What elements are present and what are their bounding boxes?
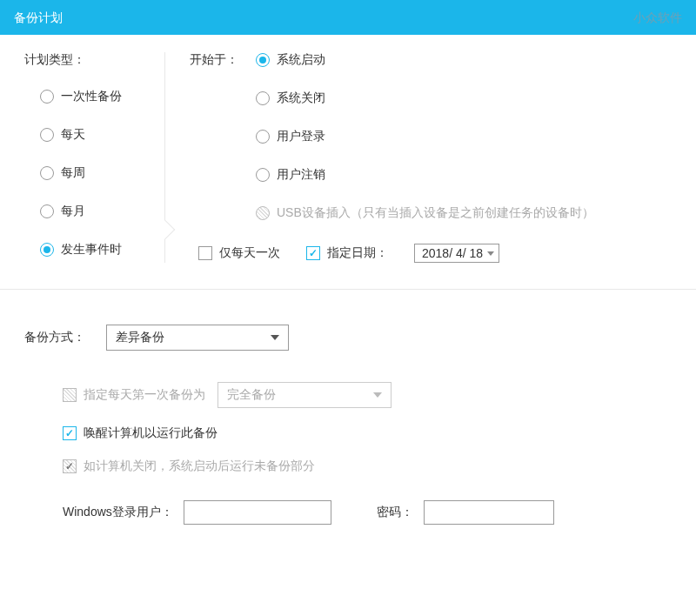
wake-computer-checkbox[interactable]: 唤醒计算机以运行此备份 — [63, 425, 672, 441]
radio-icon — [256, 130, 270, 144]
window-title: 备份计划 — [14, 0, 63, 35]
plan-type-weekly[interactable]: 每周 — [24, 165, 147, 181]
plan-type-daily[interactable]: 每天 — [24, 127, 147, 143]
specify-date-checkbox[interactable]: 指定日期： — [306, 245, 388, 261]
plan-type-label: 计划类型： — [24, 52, 147, 68]
start-at-label: 开始于： — [190, 52, 238, 68]
plan-type-once[interactable]: 一次性备份 — [24, 89, 147, 104]
radio-icon — [256, 206, 270, 220]
once-daily-checkbox[interactable]: 仅每天一次 — [198, 245, 280, 261]
radio-icon — [256, 168, 270, 182]
radio-icon — [256, 53, 270, 67]
backup-mode-label: 备份方式： — [24, 330, 85, 345]
backup-mode-value: 差异备份 — [116, 330, 164, 345]
checkbox-icon — [198, 246, 212, 260]
chevron-down-icon — [373, 392, 382, 398]
radio-icon — [40, 204, 54, 218]
chevron-down-icon — [271, 335, 279, 340]
password-label: 密码： — [377, 505, 413, 520]
radio-icon — [40, 243, 54, 257]
titlebar: 备份计划 小众软件 — [0, 0, 696, 35]
plan-type-option-label: 每月 — [61, 204, 85, 219]
trigger-label: 用户登录 — [277, 129, 325, 144]
radio-icon — [40, 90, 54, 104]
date-picker[interactable]: 2018/ 4/ 18 — [414, 244, 499, 263]
plan-type-option-label: 每周 — [61, 165, 85, 181]
windows-user-input[interactable] — [184, 500, 331, 525]
trigger-user-login[interactable]: 用户登录 — [256, 129, 594, 144]
plan-type-option-label: 一次性备份 — [61, 89, 122, 104]
first-daily-full-checkbox: 指定每天第一次备份为 完全备份 — [63, 382, 672, 408]
resume-after-boot-label: 如计算机关闭，系统启动后运行未备份部分 — [84, 459, 315, 474]
first-daily-full-select: 完全备份 — [218, 382, 392, 408]
trigger-system-start[interactable]: 系统启动 — [256, 52, 594, 68]
checkbox-icon — [63, 426, 77, 440]
trigger-label: 系统启动 — [277, 52, 325, 68]
plan-type-option-label: 每天 — [61, 127, 85, 143]
trigger-system-shutdown[interactable]: 系统关闭 — [256, 90, 594, 106]
specify-date-label: 指定日期： — [327, 245, 388, 261]
trigger-label: 用户注销 — [277, 167, 325, 183]
trigger-label: 系统关闭 — [277, 90, 325, 106]
first-daily-full-value: 完全备份 — [227, 387, 276, 403]
trigger-usb-insert: USB设备插入（只有当插入设备是之前创建任务的设备时） — [256, 205, 594, 221]
plan-type-column: 计划类型： 一次性备份 每天 每周 每月 发生事件时 — [0, 52, 165, 263]
brand-label: 小众软件 — [633, 0, 682, 35]
first-daily-full-label: 指定每天第一次备份为 — [84, 387, 205, 403]
backup-options-panel: 备份方式： 差异备份 指定每天第一次备份为 完全备份 唤醒计算机以运行此备份 如… — [0, 290, 696, 542]
radio-icon — [40, 166, 54, 180]
checkbox-icon — [306, 246, 320, 260]
schedule-panel: 计划类型： 一次性备份 每天 每周 每月 发生事件时 开始于： — [0, 35, 696, 290]
plan-type-monthly[interactable]: 每月 — [24, 204, 147, 219]
backup-mode-select[interactable]: 差异备份 — [106, 325, 289, 351]
password-input[interactable] — [424, 500, 554, 525]
plan-type-option-label: 发生事件时 — [61, 242, 122, 258]
checkbox-icon — [63, 388, 77, 402]
checkbox-icon — [63, 459, 77, 473]
trigger-user-logout[interactable]: 用户注销 — [256, 167, 594, 183]
once-daily-label: 仅每天一次 — [219, 245, 280, 261]
wake-computer-label: 唤醒计算机以运行此备份 — [84, 425, 218, 441]
radio-icon — [256, 91, 270, 105]
trigger-label: USB设备插入（只有当插入设备是之前创建任务的设备时） — [277, 205, 594, 221]
plan-type-on-event[interactable]: 发生事件时 — [24, 242, 147, 258]
trigger-column: 开始于： 系统启动 系统关闭 用户登录 用户注销 — [165, 52, 696, 263]
date-value: 2018/ 4/ 18 — [422, 246, 483, 260]
windows-user-label: Windows登录用户： — [63, 505, 173, 520]
resume-after-boot-checkbox: 如计算机关闭，系统启动后运行未备份部分 — [63, 459, 672, 474]
radio-icon — [40, 128, 54, 142]
